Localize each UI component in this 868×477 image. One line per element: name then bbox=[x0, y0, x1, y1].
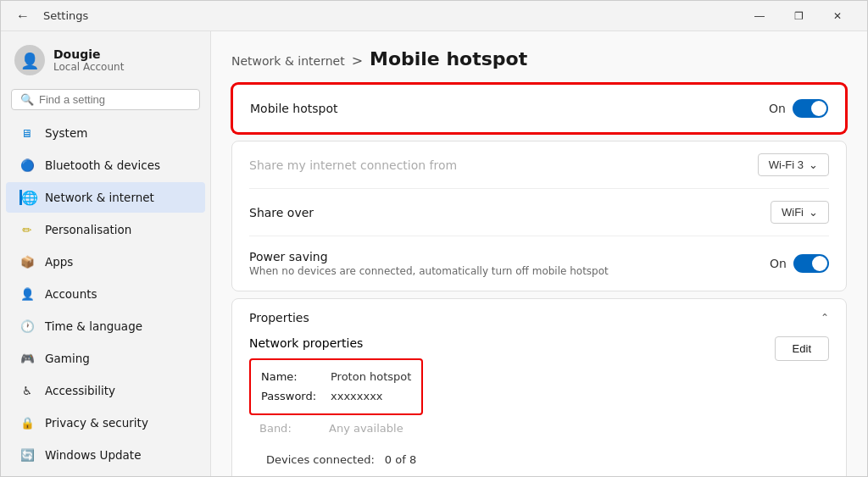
power-saving-row: Power saving When no devices are connect… bbox=[232, 236, 846, 291]
time-icon: 🕐 bbox=[19, 319, 35, 334]
privacy-icon: 🔒 bbox=[19, 415, 35, 430]
search-icon: 🔍 bbox=[20, 93, 34, 106]
settings-window: ← Settings — ❐ ✕ 👤 Dougie Local Account … bbox=[0, 0, 868, 477]
breadcrumb-separator: > bbox=[352, 53, 363, 69]
band-row: Band: Any available bbox=[249, 419, 423, 438]
content-area: 👤 Dougie Local Account 🔍 🖥 System 🔵 Blue… bbox=[1, 31, 867, 476]
power-saving-info: Power saving When no devices are connect… bbox=[249, 250, 770, 277]
breadcrumb-parent: Network & internet bbox=[231, 54, 345, 68]
breadcrumb-current: Mobile hotspot bbox=[370, 48, 527, 69]
chevron-down-icon-2: ⌄ bbox=[809, 206, 818, 219]
sidebar-item-network[interactable]: 🌐 Network & internet bbox=[6, 182, 205, 213]
name-row: Name: Proton hotspot bbox=[261, 367, 411, 386]
user-profile: 👤 Dougie Local Account bbox=[1, 31, 210, 86]
network-properties-label: Network properties bbox=[249, 336, 423, 350]
mobile-hotspot-toggle[interactable] bbox=[793, 99, 828, 118]
update-icon: 🔄 bbox=[19, 447, 35, 463]
mobile-hotspot-row: Mobile hotspot On bbox=[233, 85, 845, 132]
back-button[interactable]: ← bbox=[11, 7, 35, 25]
properties-card: Properties ⌃ Network properties Name: Pr… bbox=[231, 298, 847, 476]
sidebar-item-time[interactable]: 🕐 Time & language bbox=[6, 311, 205, 341]
sidebar-item-accessibility[interactable]: ♿ Accessibility bbox=[6, 375, 205, 406]
gaming-icon: 🎮 bbox=[19, 351, 35, 366]
password-row: Password: xxxxxxxx bbox=[261, 386, 411, 406]
devices-connected-label: Devices connected: bbox=[266, 453, 375, 466]
properties-body: Network properties Name: Proton hotspot … bbox=[232, 336, 846, 476]
toggle-knob bbox=[811, 101, 826, 116]
share-connection-value: Wi-Fi 3 bbox=[769, 158, 804, 171]
network-name-password-box: Name: Proton hotspot Password: xxxxxxxx bbox=[249, 358, 423, 415]
accounts-icon: 👤 bbox=[19, 286, 35, 302]
share-connection-dropdown[interactable]: Wi-Fi 3 ⌄ bbox=[758, 153, 829, 176]
sidebar-item-label-system: System bbox=[45, 126, 87, 140]
sidebar-item-update[interactable]: 🔄 Windows Update bbox=[6, 440, 205, 470]
window-title: Settings bbox=[43, 9, 88, 22]
user-name: Dougie bbox=[53, 47, 124, 61]
sidebar-item-label-bluetooth: Bluetooth & devices bbox=[45, 158, 160, 172]
power-saving-toggle-knob bbox=[812, 256, 827, 271]
share-over-row: Share over WiFi ⌄ bbox=[232, 189, 846, 236]
personalization-icon: ✏ bbox=[19, 222, 35, 237]
devices-connected-value: 0 of 8 bbox=[385, 453, 416, 466]
power-saving-toggle[interactable] bbox=[793, 254, 829, 273]
search-input[interactable] bbox=[39, 93, 191, 106]
share-connection-row: Share my internet connection from Wi-Fi … bbox=[232, 141, 846, 188]
sidebar-item-label-personalisation: Personalisation bbox=[45, 223, 131, 236]
name-label: Name: bbox=[261, 367, 320, 386]
password-label: Password: bbox=[261, 386, 320, 406]
sidebar-item-privacy[interactable]: 🔒 Privacy & security bbox=[6, 408, 205, 438]
close-button[interactable]: ✕ bbox=[818, 1, 857, 31]
minimize-button[interactable]: — bbox=[740, 1, 779, 31]
system-icon: 🖥 bbox=[19, 125, 35, 141]
devices-connected-row: Devices connected: 0 of 8 bbox=[249, 445, 829, 473]
mobile-hotspot-label: Mobile hotspot bbox=[250, 102, 769, 115]
title-bar-left: ← Settings bbox=[11, 7, 88, 25]
user-info: Dougie Local Account bbox=[53, 47, 124, 73]
window-controls: — ❐ ✕ bbox=[740, 1, 857, 31]
user-type: Local Account bbox=[53, 61, 124, 73]
sidebar-item-personalisation[interactable]: ✏ Personalisation bbox=[6, 214, 205, 245]
share-over-dropdown[interactable]: WiFi ⌄ bbox=[771, 201, 829, 224]
properties-header[interactable]: Properties ⌃ bbox=[232, 299, 846, 336]
band-label: Band: bbox=[259, 419, 319, 438]
network-icon: 🌐 bbox=[19, 190, 35, 205]
power-saving-description: When no devices are connected, automatic… bbox=[249, 265, 770, 277]
network-properties-left: Network properties Name: Proton hotspot … bbox=[249, 336, 423, 438]
bluetooth-icon: 🔵 bbox=[19, 158, 35, 173]
sidebar-item-label-time: Time & language bbox=[45, 319, 142, 333]
breadcrumb: Network & internet > Mobile hotspot bbox=[231, 48, 847, 69]
name-value: Proton hotspot bbox=[331, 367, 411, 386]
sidebar-item-label-accounts: Accounts bbox=[45, 287, 97, 301]
apps-icon: 📦 bbox=[19, 254, 35, 269]
maximize-button[interactable]: ❐ bbox=[779, 1, 818, 31]
network-properties-section: Network properties Name: Proton hotspot … bbox=[249, 336, 829, 438]
accessibility-icon: ♿ bbox=[19, 383, 35, 398]
search-box[interactable]: 🔍 bbox=[11, 89, 200, 110]
share-connection-card: Share my internet connection from Wi-Fi … bbox=[231, 141, 847, 291]
power-saving-label: Power saving bbox=[249, 250, 770, 263]
band-value: Any available bbox=[329, 419, 403, 438]
sidebar-item-system[interactable]: 🖥 System bbox=[6, 118, 205, 148]
share-over-value: WiFi bbox=[782, 206, 804, 219]
mobile-hotspot-state-label: On bbox=[769, 102, 786, 115]
sidebar-item-bluetooth[interactable]: 🔵 Bluetooth & devices bbox=[6, 150, 205, 180]
sidebar: 👤 Dougie Local Account 🔍 🖥 System 🔵 Blue… bbox=[1, 31, 211, 476]
share-over-label: Share over bbox=[249, 206, 771, 219]
sidebar-item-label-update: Windows Update bbox=[45, 448, 141, 462]
password-value: xxxxxxxx bbox=[331, 386, 383, 406]
main-content: Network & internet > Mobile hotspot Mobi… bbox=[211, 31, 867, 476]
chevron-up-icon: ⌃ bbox=[821, 312, 829, 324]
sidebar-item-accounts[interactable]: 👤 Accounts bbox=[6, 279, 205, 309]
sidebar-item-label-privacy: Privacy & security bbox=[45, 416, 148, 430]
properties-title: Properties bbox=[249, 311, 821, 324]
title-bar: ← Settings — ❐ ✕ bbox=[1, 1, 867, 31]
edit-button[interactable]: Edit bbox=[775, 336, 829, 361]
chevron-down-icon: ⌄ bbox=[809, 158, 818, 171]
sidebar-item-apps[interactable]: 📦 Apps bbox=[6, 247, 205, 277]
avatar: 👤 bbox=[14, 45, 45, 75]
sidebar-item-label-apps: Apps bbox=[45, 255, 73, 269]
sidebar-item-label-accessibility: Accessibility bbox=[45, 384, 115, 397]
power-saving-state-label: On bbox=[770, 257, 787, 270]
mobile-hotspot-card: Mobile hotspot On bbox=[231, 83, 847, 134]
sidebar-item-gaming[interactable]: 🎮 Gaming bbox=[6, 343, 205, 374]
